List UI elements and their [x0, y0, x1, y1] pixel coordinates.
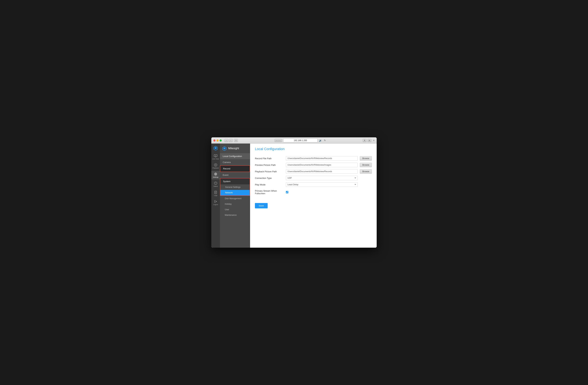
primary-stream-checkbox-wrap: [286, 190, 360, 195]
save-button[interactable]: Save: [255, 203, 268, 208]
svg-marker-19: [223, 147, 226, 149]
minimize-button[interactable]: [216, 139, 219, 141]
record-file-path-label: Record File Path: [255, 156, 286, 161]
main-content: Local Configuration Record File Path Bro…: [250, 144, 377, 248]
nav-icon-logout[interactable]: Logout: [211, 198, 220, 207]
status-label: Status: [213, 185, 218, 187]
sidebar-button[interactable]: ⧉: [368, 139, 371, 142]
logo-svg: [213, 146, 218, 150]
back-button[interactable]: ‹: [224, 139, 228, 142]
milesight-brand: Milesight: [220, 144, 250, 153]
menu-system[interactable]: System: [220, 178, 250, 184]
playback-label: Playback: [212, 167, 219, 169]
live-view-label: Live View: [212, 158, 219, 160]
status-icon: [214, 181, 217, 185]
connection-type-wrap: UDP TCP: [286, 175, 360, 181]
connection-type-select[interactable]: UDP TCP: [286, 176, 358, 180]
primary-stream-checkbox[interactable]: [286, 191, 288, 193]
menu-maintenance[interactable]: Maintenance: [220, 212, 250, 218]
menu-sidebar: Milesight Local Configuration Camera Rec…: [220, 144, 250, 248]
nav-icon-live-view[interactable]: Live View: [211, 153, 220, 161]
menu-disk-management[interactable]: Disk Management: [220, 196, 250, 201]
playback-picture-path-label: Playback Picture Path: [255, 169, 286, 175]
connection-type-label: Connection Type: [255, 175, 286, 181]
logs-label: Logs: [214, 195, 217, 196]
menu-holiday[interactable]: Holiday: [220, 201, 250, 207]
menu-user[interactable]: User: [220, 207, 250, 212]
close-button[interactable]: [213, 139, 215, 141]
logs-icon: [214, 191, 217, 194]
titlebar-url-area: • • • 192.168.1.200 🔊 ↻: [243, 138, 358, 142]
nav-icon-settings[interactable]: Settings: [211, 171, 220, 180]
playback-icon: [214, 163, 217, 167]
share-button[interactable]: ⬆: [363, 139, 366, 142]
menu-event[interactable]: Event: [220, 172, 250, 178]
primary-stream-label: Primary Stream When Fullscreen: [255, 188, 286, 197]
traffic-lights: [213, 139, 222, 141]
live-view-icon: [214, 154, 217, 158]
svg-point-13: [215, 183, 216, 184]
titlebar-dots[interactable]: • • •: [274, 139, 282, 142]
svg-line-6: [215, 155, 216, 156]
layout-button[interactable]: ☷: [234, 139, 238, 142]
save-section: Save: [255, 200, 372, 208]
brand-name: Milesight: [228, 147, 239, 150]
play-mode-label: Play Mode: [255, 182, 286, 188]
settings-icon: [214, 172, 217, 176]
forward-button[interactable]: ›: [229, 139, 233, 142]
menu-local-configuration[interactable]: Local Configuration: [220, 153, 250, 159]
config-form: Record File Path Browse Preview Picture …: [255, 155, 372, 197]
brand-logo: [213, 146, 218, 151]
preview-picture-path-label: Preview Picture Path: [255, 162, 286, 168]
menu-record[interactable]: Record: [220, 166, 250, 172]
menu-general-settings[interactable]: General Settings: [220, 184, 250, 190]
menu-camera[interactable]: Camera: [220, 159, 250, 165]
menu-record-section: Record: [220, 165, 250, 172]
refresh-button[interactable]: ↻: [324, 139, 326, 142]
record-file-path-wrap: [286, 155, 360, 162]
menu-network[interactable]: Network: [220, 190, 250, 195]
svg-marker-1: [215, 147, 217, 149]
logout-icon: [214, 200, 217, 203]
titlebar-right: ⬆ ⧉ +: [363, 139, 375, 142]
titlebar-nav: ‹ ›: [224, 139, 233, 142]
preview-picture-path-browse-button[interactable]: Browse: [360, 163, 372, 167]
menu-system-section: System General Settings Network: [220, 178, 250, 196]
audio-icon: 🔊: [319, 139, 322, 142]
playback-picture-path-browse-button[interactable]: Browse: [360, 169, 372, 174]
svg-marker-9: [215, 164, 216, 165]
play-mode-select[interactable]: Least Delay Fluency: [286, 182, 358, 187]
record-file-path-browse-button[interactable]: Browse: [360, 156, 372, 161]
milesight-logo-icon: [222, 146, 227, 151]
nav-icon-logs[interactable]: Logs: [211, 189, 220, 198]
titlebar: ‹ › ☷ • • • 192.168.1.200 🔊 ↻ ⬆ ⧉ +: [211, 137, 377, 144]
play-mode-wrap: Least Delay Fluency: [286, 181, 360, 188]
nav-icon-playback[interactable]: Playback: [211, 162, 220, 170]
maximize-button[interactable]: [220, 139, 222, 141]
icon-sidebar: Live View Playback Settings: [211, 144, 220, 248]
preview-picture-path-input[interactable]: [286, 163, 358, 167]
playback-picture-path-input[interactable]: [286, 169, 358, 174]
svg-line-7: [216, 156, 216, 156]
preview-picture-path-wrap: [286, 162, 360, 168]
settings-label: Settings: [213, 176, 219, 178]
playback-picture-path-wrap: [286, 168, 360, 175]
logout-label: Logout: [213, 204, 218, 205]
app-window: ‹ › ☷ • • • 192.168.1.200 🔊 ↻ ⬆ ⧉ +: [211, 137, 377, 248]
add-tab-button[interactable]: +: [373, 139, 375, 142]
svg-point-10: [215, 174, 216, 175]
app-body: Live View Playback Settings: [211, 144, 377, 248]
record-file-path-input[interactable]: [286, 156, 358, 161]
url-bar[interactable]: 192.168.1.200: [283, 138, 318, 142]
nav-icon-status[interactable]: Status: [211, 180, 220, 188]
page-title: Local Configuration: [255, 147, 372, 151]
